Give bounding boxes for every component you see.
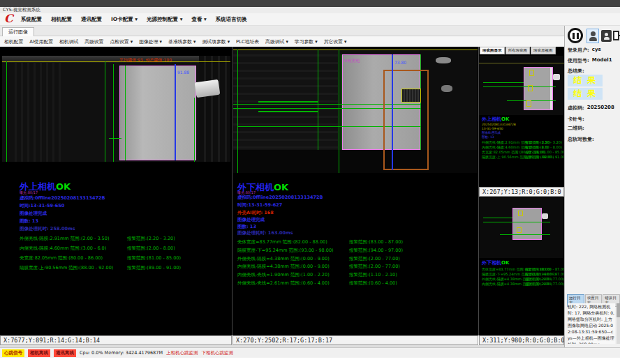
measurement-value: 隔膜宽度-下=95.24mm 范围:(93.00 - 98.00) — [482, 272, 525, 276]
machine-highlight — [441, 85, 452, 92]
tab-defect-original[interactable]: 瑕疵原视图 — [531, 47, 556, 54]
measurement-row: 壳体宽度=83.77mm 范围:(82.00 - 88.00) 报警范围:(83… — [237, 239, 403, 245]
toolbar-spot-check[interactable]: 点检设置 ▾ — [110, 38, 133, 45]
machine-texture — [10, 63, 65, 162]
battery-cell-region — [119, 66, 196, 160]
user-login-button[interactable] — [586, 29, 599, 43]
machine-texture — [199, 56, 230, 162]
menu-item-light-control[interactable]: 光源控制配置 ▾ — [147, 16, 182, 23]
pixel-readout-defect-top: X:267;Y:13;R:0;G:0;B:0 — [479, 187, 564, 197]
time-line: 13-31-59-650 — [482, 127, 503, 130]
model-value: Model1 — [592, 57, 612, 64]
barcode-row: 虚拟码: 20250208 — [568, 105, 614, 112]
image-count-line: 图数: 13 — [237, 224, 256, 230]
connector-tab — [553, 74, 560, 80]
measurement-value: 隔膜宽度-下=95.24mm 范围:(93.00 - 98.00) — [237, 248, 348, 254]
measurement-line-green — [109, 138, 121, 139]
alarm-range: 报警范围:(89.00 - 91.00) — [127, 265, 181, 271]
measurement-line-green — [483, 86, 556, 87]
defect-measurement-row: 外侧壳线-隔膜:2.91mm 范围:(2.00 - 3.50)报警范围:(2.2… — [482, 140, 562, 144]
process-done-line: 图像处理完成 — [237, 217, 265, 223]
connector-tab — [542, 213, 548, 219]
measurement-line-green — [258, 111, 318, 112]
pin-label: 卡针号: — [568, 116, 584, 123]
camera-result-title: 外下相机OK — [482, 259, 509, 266]
camera-name: 外下相机 — [482, 260, 501, 266]
machine-texture — [233, 49, 338, 150]
menu-item-language-switch[interactable]: 系统语言切换 — [216, 16, 247, 23]
middle-camera-image[interactable]: AI检测框 73.80 — [233, 49, 478, 173]
log-scrollbar[interactable] — [617, 303, 620, 344]
cpu-memory-readout: Cpu: 0.0% Memory: 3424.4179687M — [80, 350, 163, 356]
left-camera-view: 平均阈值:93, 动态阈值:100 91.88 外上相机OK 曝光:80/17 … — [0, 47, 232, 335]
ai-time-line: 外壳AI耗时: 168 — [237, 210, 274, 216]
measurement-value: 壳宽度:82.05mm 范围:(80.00 - 86.00) — [482, 150, 525, 154]
menu-item-camera-config[interactable]: 相机配置 — [51, 16, 72, 23]
camera-name: 外上相机 — [482, 116, 501, 122]
toolbar-camera-debug[interactable]: 相机调试 — [59, 38, 78, 45]
time-line: 时间:13-31-59-627 — [237, 202, 282, 208]
defect-box-yellow — [518, 211, 523, 216]
menu-item-io-card-config[interactable]: IO卡配置 ▾ — [111, 16, 138, 23]
alarm-range: 报警范围:(83.00 - 87.00) — [349, 239, 403, 245]
toolbar-image-processing[interactable]: 图像处理 ▾ — [139, 38, 162, 45]
toolbar-other-settings[interactable]: 其它设置 ▾ — [324, 38, 347, 45]
toolbar-camera-config[interactable]: 相机配置 — [4, 38, 23, 45]
machine-texture — [233, 150, 478, 173]
comm-offline-badge: 通讯离线 — [54, 349, 76, 357]
defect-box-yellow — [528, 85, 533, 91]
defect-box-yellow — [401, 89, 421, 103]
measurement-line-green — [318, 50, 318, 150]
title-bar: CYS-视觉检测系统 — [0, 7, 620, 13]
left-camera-image[interactable]: 平均阈值:93, 动态阈值:100 91.88 — [2, 56, 230, 162]
menu-item-comm-config[interactable]: 通讯配置 — [81, 16, 102, 23]
tab-all-defects[interactable]: 所有瑕疵图 — [505, 47, 531, 54]
toolbar-advanced-settings[interactable]: 高级设置 — [84, 38, 103, 45]
measurement-line-green — [483, 82, 524, 83]
toolbar-test-item-params[interactable]: 测试项参数 ▾ — [202, 38, 230, 45]
measurement-value: 内侧壳线-壳线=1.90mm 范围:(1.00 - 2.20) — [237, 272, 348, 278]
alarm-range: 报警范围:(2.00 - 77.00) — [525, 282, 564, 286]
toolbar-plc-address-table[interactable]: PLC地址表 — [236, 38, 259, 45]
user-account-button[interactable] — [601, 30, 612, 42]
battery-edge — [550, 68, 552, 109]
pixel-readout-left: X:7677;Y:891;R:14;G:14;B:14 — [0, 335, 232, 345]
exit-button[interactable] — [613, 29, 620, 42]
defect-measurement-row: 隔膜宽度-下=95.24mm 范围:(93.00 - 98.00)报警范围:(9… — [482, 272, 564, 276]
measurement-value: 外侧壳线-隔膜:2.91mm 范围:(2.00 - 3.50) — [482, 140, 525, 144]
measurement-row: 隔膜宽度-上:90.56mm 范围:(88.00 - 92.00) 报警范围:(… — [20, 265, 181, 271]
tab-defect-display[interactable]: 瑕疵图显示 — [480, 47, 505, 54]
toolbar-ai-usage-config[interactable]: AI使用配置 — [29, 38, 53, 45]
toolbar-advanced-debug[interactable]: 高级调试 ▾ — [265, 38, 288, 45]
toolbar-learning-params[interactable]: 学习参数 ▾ — [295, 38, 318, 45]
alarm-range: 报警范围:(2.00 - 77.00) — [349, 264, 400, 269]
elapsed-line: 图像处理耗时: 163.00ms — [237, 230, 293, 236]
menu-item-view[interactable]: 查看 ▾ — [191, 16, 206, 23]
measurement-line-green — [237, 50, 238, 173]
scrollbar-thumb[interactable] — [617, 303, 620, 317]
measurement-line-green — [339, 50, 339, 173]
pause-button[interactable] — [568, 28, 583, 43]
measurement-row: 外侧壳线-隔膜:2.91mm 范围:(2.00 - 3.50) 报警范围:(2.… — [20, 236, 175, 242]
alarm-range: 报警范围:(89.00 - 91.00) — [525, 155, 564, 159]
tab-strip — [0, 26, 564, 36]
alarm-range: 报警范围:(94.00 - 97.00) — [349, 248, 403, 253]
defect-image-bottom[interactable] — [479, 197, 564, 258]
defect-measurement-row: 外侧壳线-隔膜=4.38mm 范围:(0.00 - 9.00)报警范围:(2.0… — [482, 277, 564, 281]
menu-item-system-config[interactable]: 系统配置 — [21, 16, 42, 23]
pixel-readout-middle: X:270;Y:2502;R:17;G:17;B:17 — [232, 335, 478, 345]
tab-run-image[interactable]: 运行图像 — [2, 27, 34, 36]
defect-image-top[interactable] — [479, 56, 564, 115]
alarm-range: 报警范围:(2.20 - 3.20) — [127, 236, 175, 241]
middle-camera-view: AI检测框 73.80 外下相机OK 曝光:80/17 虚拟码:0ffline2… — [232, 47, 478, 335]
measurement-line-blue — [175, 64, 176, 160]
reference-line-yellow — [479, 63, 564, 63]
alarm-range: 报警范围:(1.10 - 2.10) — [349, 272, 397, 278]
threshold-overlay-label: 平均阈值:93, 动态阈值:100 — [119, 57, 172, 63]
measurement-row: 壳宽度:82.05mm 范围:(80.00 - 86.00) 报警范围:(81.… — [20, 255, 181, 261]
toolbar-baseline-params[interactable]: 基准线参数 ▾ — [168, 38, 196, 45]
battery-cell-region — [512, 208, 542, 240]
defect-box-yellow — [529, 70, 534, 76]
measurement-row: 外侧壳线-壳线=2.61mm 范围:(0.60 - 4.00) 报警范围:(0.… — [237, 280, 397, 287]
measurement-line-green — [341, 54, 341, 150]
